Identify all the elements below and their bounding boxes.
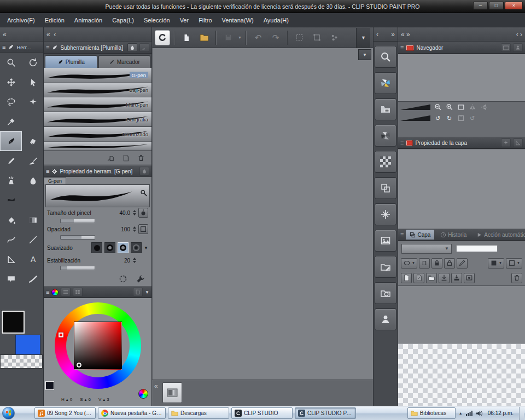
item-bank-tab-icon[interactable]	[513, 43, 523, 52]
opacity-value[interactable]: 100	[114, 226, 130, 232]
panel-menu-icon[interactable]: ≡	[400, 44, 404, 51]
toolbar-overflow2-button[interactable]: ▼	[358, 49, 371, 60]
merge-down-button[interactable]	[451, 273, 462, 283]
flip-horizontal-button[interactable]	[468, 103, 477, 112]
eyedropper-tool[interactable]	[0, 112, 22, 131]
copy-subtool-button[interactable]	[122, 154, 130, 162]
deselect-button[interactable]	[292, 30, 307, 45]
panel-menu-icon[interactable]: ≡	[400, 231, 404, 238]
opacity-slider[interactable]	[60, 235, 95, 240]
rotate-view-tool[interactable]	[22, 52, 44, 72]
tab-marcador[interactable]: Marcador	[98, 55, 151, 68]
material-layers-button[interactable]	[375, 177, 396, 199]
subtool-item-partial[interactable]	[44, 142, 151, 151]
zoom-out-button[interactable]	[433, 103, 442, 112]
menu-filtro[interactable]: Filtro	[194, 13, 217, 27]
value-value[interactable]: 3	[107, 397, 109, 402]
subtool-item-caligrafia[interactable]: Caligrafia	[44, 112, 151, 127]
layer-palette-option-combo[interactable]: ▼	[506, 258, 522, 269]
enable-draft-button[interactable]	[457, 258, 468, 269]
collapse-arrow-icon[interactable]: ‹	[376, 31, 378, 38]
brush-size-unit-button[interactable]	[138, 208, 148, 218]
new-folder-button[interactable]	[426, 273, 437, 283]
ruler-tool[interactable]	[0, 249, 22, 269]
move-tool[interactable]	[0, 72, 22, 92]
collapse-left-icon[interactable]: «	[154, 382, 158, 390]
clip-studio-logo-button[interactable]	[155, 30, 170, 45]
show-desktop-button[interactable]	[519, 407, 524, 420]
expand-right-icon[interactable]: ›	[520, 31, 522, 38]
material-image-button[interactable]	[375, 230, 396, 252]
preview-settings-icon[interactable]	[140, 189, 148, 197]
brush-size-slider[interactable]	[60, 219, 95, 223]
brush-tab-icon[interactable]	[139, 43, 149, 52]
volume-icon[interactable]	[476, 411, 482, 416]
ink-tab-icon[interactable]	[139, 167, 149, 176]
panel-menu-icon[interactable]: ≡	[46, 44, 49, 51]
rotate-slider[interactable]	[400, 115, 431, 121]
taskbar-app-clip-studio-paint[interactable]: CLIP STUDIO PAINT	[295, 407, 356, 419]
flip-vertical-button[interactable]	[479, 103, 488, 112]
smoothing-option-selected[interactable]	[118, 242, 129, 253]
zoom-slider[interactable]	[400, 104, 431, 110]
panel-menu-icon[interactable]: ≡	[46, 168, 49, 174]
menu-ver[interactable]: Ver	[175, 13, 194, 27]
stabilization-value[interactable]: 20	[114, 258, 130, 264]
menu-animacion[interactable]: Animación	[69, 13, 107, 27]
collapse-left-icon[interactable]: «	[46, 31, 50, 38]
new-file-button[interactable]	[179, 30, 194, 45]
opacity-spinner[interactable]	[132, 225, 137, 234]
gradient-tool[interactable]	[22, 210, 44, 230]
lock-transparent-button[interactable]	[444, 258, 455, 269]
rotate-ccw-button[interactable]: ↺	[433, 114, 442, 122]
decoration-tool[interactable]	[0, 190, 22, 210]
smoothing-option-ring[interactable]	[104, 242, 115, 253]
sv-cursor[interactable]	[77, 363, 81, 368]
panel-menu-icon[interactable]: ≡	[2, 44, 5, 50]
ruler-tab-icon[interactable]	[513, 138, 523, 147]
material-pattern-button[interactable]	[375, 125, 396, 147]
layer-list[interactable]	[398, 285, 525, 343]
collapse-arrow-icon[interactable]: ‹	[54, 31, 56, 38]
delete-layer-button[interactable]	[511, 273, 522, 283]
tab-accion-automatica[interactable]: Acción automática	[472, 230, 525, 240]
delete-subtool-button[interactable]	[137, 154, 145, 162]
reset-settings-icon[interactable]	[119, 275, 127, 283]
color-wheel-tab-icon[interactable]	[51, 289, 59, 296]
saturation-value-box[interactable]	[74, 322, 122, 370]
pen-tool[interactable]	[0, 131, 22, 151]
menu-ventana[interactable]: Ventana(W)	[217, 13, 259, 27]
hue-marker[interactable]	[59, 332, 63, 337]
timeline-palette-button[interactable]	[162, 382, 182, 403]
tab-historia[interactable]: Historia	[436, 230, 470, 240]
smoothing-option-soft[interactable]	[131, 242, 142, 253]
transparent-color-swatch[interactable]	[0, 354, 43, 369]
layer-mask-button[interactable]	[464, 273, 475, 283]
taskbar-clock[interactable]: 06:12 p.m.	[486, 410, 516, 416]
subtool-item-marupen[interactable]: Maru-pen	[44, 97, 151, 112]
new-vector-layer-button[interactable]	[413, 273, 424, 283]
line-tool[interactable]	[22, 230, 44, 249]
color-panel-dropdown-icon[interactable]: ▼	[145, 290, 149, 295]
operation-tool[interactable]	[22, 72, 44, 92]
expand-arrow-icon[interactable]: »	[391, 31, 395, 38]
material-monochrome-button[interactable]	[375, 151, 396, 173]
layer-opacity-field[interactable]	[456, 245, 498, 252]
layer-color-combo[interactable]: ▼	[488, 258, 504, 269]
register-subtool-button[interactable]	[107, 154, 114, 162]
collapse-left-icon[interactable]: «	[401, 31, 405, 38]
material-folder-button[interactable]	[375, 98, 396, 120]
menu-archivo[interactable]: Archivo(F)	[2, 13, 40, 27]
stabilization-slider[interactable]	[60, 266, 95, 270]
menu-edicion[interactable]: Edición	[40, 13, 69, 27]
transform-button[interactable]	[310, 30, 325, 45]
rgb-mode-icon[interactable]	[138, 389, 148, 399]
toolbar-overflow-button[interactable]: ▼	[356, 28, 370, 48]
eraser-tool[interactable]	[22, 131, 44, 151]
fill-tool[interactable]	[0, 210, 22, 230]
expand-left-icon[interactable]: »	[406, 31, 410, 38]
material-download-folder-button[interactable]	[375, 282, 396, 304]
network-icon[interactable]	[466, 411, 472, 416]
zoom-in-button[interactable]	[445, 103, 454, 112]
taskbar-app-descargas[interactable]: Descargas	[168, 407, 229, 419]
